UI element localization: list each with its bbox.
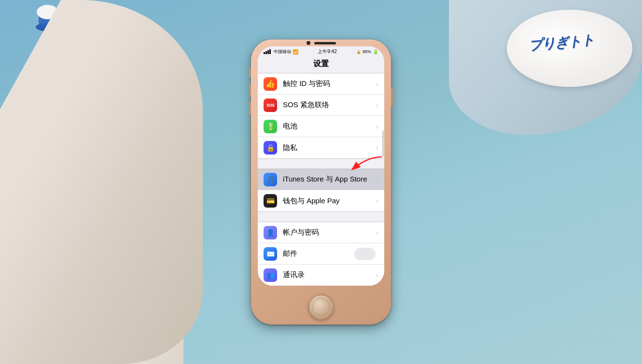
settings-row-contacts[interactable]: 👥 通讯录 › <box>258 265 384 286</box>
settings-row-mail[interactable]: ✉️ 邮件 <box>258 243 384 265</box>
privacy-label: 隐私 <box>283 143 376 153</box>
group-spacer-1 <box>258 160 384 168</box>
contacts-icon: 👥 <box>264 268 277 282</box>
mail-label: 邮件 <box>283 249 354 258</box>
status-right: 🔒 95% 🔋 <box>356 49 378 55</box>
plate: プりぎトト <box>507 10 632 87</box>
group-spacer-2 <box>258 213 384 222</box>
iphone: 中国移动 📶 上午9:42 🔒 95% 🔋 设置 <box>251 40 391 324</box>
iphone-top <box>290 40 352 46</box>
privacy-icon: 🔒 <box>264 141 277 154</box>
carrier-label: 中国移动 <box>274 49 291 55</box>
sos-chevron: › <box>376 101 378 109</box>
battery-icon-row: 🔋 <box>264 120 277 133</box>
settings-row-battery[interactable]: 🔋 电池 › <box>258 116 384 137</box>
home-button[interactable] <box>308 294 334 320</box>
signal-bar-4 <box>269 49 271 54</box>
signal-bars <box>264 49 271 54</box>
hand <box>0 0 203 364</box>
contacts-label: 通讯录 <box>283 270 376 280</box>
privacy-chevron: › <box>376 144 378 152</box>
settings-row-wallet[interactable]: 💳 钱包与 Apple Pay › <box>258 190 384 211</box>
mail-toggle[interactable] <box>354 248 376 260</box>
settings-screen: 中国移动 📶 上午9:42 🔒 95% 🔋 设置 <box>258 46 384 286</box>
itunes-label: iTunes Store 与 App Store <box>283 175 376 184</box>
battery-chevron: › <box>376 123 378 130</box>
signal-bar-2 <box>265 51 267 54</box>
wallet-label: 钱包与 Apple Pay <box>283 196 376 206</box>
sos-icon: SOS <box>264 98 277 112</box>
settings-row-itunes[interactable]: 🎵 iTunes Store 与 App Store › <box>258 169 384 190</box>
mail-icon: ✉️ <box>264 247 277 261</box>
signal-bar-3 <box>267 50 269 54</box>
battery-level: 95% <box>363 49 371 54</box>
home-button-ring <box>312 298 330 316</box>
status-time: 上午9:42 <box>318 48 336 55</box>
mute-button[interactable] <box>249 68 251 77</box>
volume-up-button[interactable] <box>249 83 251 97</box>
settings-group-2: 🎵 iTunes Store 与 App Store › <box>258 168 384 212</box>
sos-label: SOS 紧急联络 <box>283 100 376 110</box>
settings-title: 设置 <box>258 57 384 73</box>
wifi-icon: 📶 <box>293 49 298 55</box>
accounts-label: 帐户与密码 <box>283 228 376 237</box>
accounts-icon: 👤 <box>264 226 277 239</box>
settings-row-accounts[interactable]: 👤 帐户与密码 › <box>258 222 384 243</box>
settings-row-privacy[interactable]: 🔒 隐私 › <box>258 137 384 158</box>
itunes-icon: 🎵 <box>264 173 277 186</box>
wallet-chevron: › <box>376 197 378 205</box>
status-bar: 中国移动 📶 上午9:42 🔒 95% 🔋 <box>258 46 384 57</box>
settings-row-touch-id[interactable]: 👍 触控 ID 与密码 › <box>258 73 384 95</box>
figurine-text: プりぎトト <box>528 31 595 55</box>
signal-bar-1 <box>264 52 265 54</box>
volume-down-button[interactable] <box>249 101 251 115</box>
front-camera <box>307 41 310 45</box>
power-button[interactable] <box>391 88 393 106</box>
accounts-chevron: › <box>376 229 378 237</box>
settings-row-sos[interactable]: SOS SOS 紧急联络 › <box>258 95 384 116</box>
status-left: 中国移动 📶 <box>264 49 298 55</box>
settings-group-3: 👤 帐户与密码 › ✉️ 邮件 <box>258 222 384 286</box>
iphone-screen[interactable]: 中国移动 📶 上午9:42 🔒 95% 🔋 设置 <box>258 46 384 286</box>
lock-icon: 🔒 <box>356 50 361 54</box>
iphone-wrapper: 中国移动 📶 上午9:42 🔒 95% 🔋 设置 <box>251 40 391 324</box>
itunes-chevron: › <box>376 176 378 183</box>
battery-icon: 🔋 <box>373 49 378 55</box>
contacts-chevron: › <box>376 271 378 279</box>
settings-group-1: 👍 触控 ID 与密码 › SOS SOS 紧急联络 › 🔋 <box>258 73 384 159</box>
touch-id-label: 触控 ID 与密码 <box>283 79 376 88</box>
wallet-icon: 💳 <box>264 194 277 208</box>
battery-label: 电池 <box>283 122 376 131</box>
scroll-indicator <box>382 130 384 157</box>
speaker <box>314 42 336 44</box>
touch-id-icon: 👍 <box>264 77 277 91</box>
touch-id-chevron: › <box>376 80 378 88</box>
